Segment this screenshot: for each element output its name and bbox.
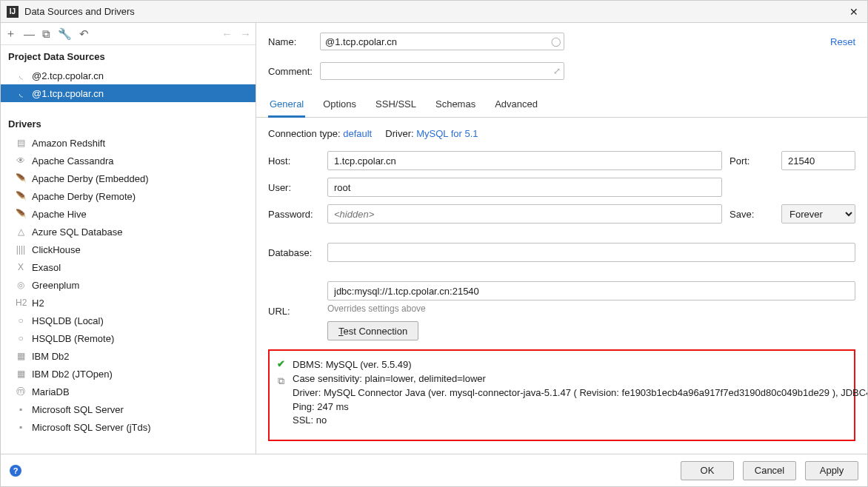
forward-icon[interactable]: → [240,27,251,40]
apply-button[interactable]: Apply [805,461,858,480]
driver-item[interactable]: 👁Apache Cassandra [1,152,256,169]
database-label: Database: [268,247,320,258]
password-input[interactable] [327,204,722,224]
comment-input[interactable] [325,63,559,79]
connection-type-line: Connection type: default Driver: MySQL f… [268,128,855,139]
wrench-icon[interactable]: 🔧 [58,27,72,41]
right-pane: Name: ◯ Reset Comment: ⤢ General Options… [256,23,867,454]
color-picker-icon[interactable]: ◯ [551,36,561,47]
host-label: Host: [268,155,320,167]
left-pane: ＋ — ⧉ 🔧 ↶ ← → Project Data Sources ◟ @2.… [1,23,256,454]
host-input[interactable] [327,151,722,170]
add-icon[interactable]: ＋ [5,27,16,41]
driver-item[interactable]: ▤Amazon Redshift [1,134,256,152]
driver-icon: △ [16,226,26,237]
driver-icon: ○ [16,315,26,326]
comment-label: Comment: [268,66,320,77]
test-result-box: ✔ ⧉ DBMS: MySQL (ver. 5.5.49) Case sensi… [268,349,855,441]
copy-icon[interactable]: ⧉ [278,375,284,387]
driver-label: Apache Derby (Remote) [32,191,136,202]
driver-label: IBM Db2 (JTOpen) [32,369,113,380]
copy-icon[interactable]: ⧉ [42,27,50,41]
test-connection-button[interactable]: Test Connection [327,321,418,340]
data-sources-header: Project Data Sources [1,45,256,67]
driver-item[interactable]: ▪Microsoft SQL Server [1,400,256,418]
driver-label: Apache Cassandra [32,155,114,167]
close-icon[interactable]: ✕ [847,6,861,18]
ok-button[interactable]: OK [681,461,734,480]
driver-label: MariaDB [32,386,70,397]
data-source-label: @2.tcp.cpolar.cn [32,70,104,81]
driver-icon: 🪶 [16,191,26,201]
driver-label: ClickHouse [32,244,81,255]
driver-label: Greenplum [32,280,79,291]
driver-item[interactable]: △Azure SQL Database [1,223,256,241]
tab-advanced[interactable]: Advanced [493,93,539,117]
driver-item[interactable]: ||||ClickHouse [1,241,256,258]
url-input[interactable] [327,281,855,300]
tab-options[interactable]: Options [321,93,358,117]
name-input[interactable] [325,33,559,50]
driver-label: Apache Derby (Embedded) [32,173,149,184]
result-line: Ping: 247 ms [293,400,867,414]
window-title: Data Sources and Drivers [24,6,847,17]
reset-link[interactable]: Reset [830,36,855,47]
driver-item[interactable]: ▦IBM Db2 [1,347,256,365]
driver-item[interactable]: XExasol [1,258,256,276]
port-label: Port: [730,155,774,167]
db-icon: ◟ [16,70,26,81]
comment-field[interactable]: ⤢ [320,62,564,80]
driver-icon: ▪ [16,404,26,414]
driver-item[interactable]: H2H2 [1,294,256,312]
tab-schemas[interactable]: Schemas [434,93,477,117]
database-input[interactable] [327,243,855,262]
data-source-item[interactable]: ◟ @2.tcp.cpolar.cn [1,67,256,84]
expand-icon[interactable]: ⤢ [553,66,561,76]
driver-icon: ◎ [16,280,26,290]
driver-icon: ▪ [16,422,26,432]
left-toolbar: ＋ — ⧉ 🔧 ↶ ← → [1,23,256,45]
driver-item[interactable]: ⓜMariaDB [1,383,256,400]
driver-item[interactable]: ○HSQLDB (Remote) [1,329,256,347]
help-icon[interactable]: ? [10,465,21,477]
name-field[interactable]: ◯ [320,33,564,50]
driver-icon: X [16,262,26,272]
db-icon: ◟ [16,88,26,98]
driver-label: HSQLDB (Remote) [32,333,114,344]
result-line: Driver: MySQL Connector Java (ver. mysql… [293,386,867,400]
driver-item[interactable]: ◎Greenplum [1,276,256,294]
connection-type-link[interactable]: default [343,128,372,139]
driver-label: Microsoft SQL Server (jTds) [32,422,151,433]
save-select[interactable]: Forever [781,204,855,224]
back-icon[interactable]: ← [221,27,233,40]
driver-label: Exasol [32,262,61,273]
tab-sshssl[interactable]: SSH/SSL [374,93,418,117]
driver-item[interactable]: 🪶Apache Hive [1,205,256,223]
cancel-button[interactable]: Cancel [743,461,796,480]
remove-icon[interactable]: — [24,27,35,40]
driver-icon: ⓜ [16,386,26,398]
tab-general[interactable]: General [268,93,305,118]
driver-link[interactable]: MySQL for 5.1 [416,128,478,139]
driver-item[interactable]: ○HSQLDB (Local) [1,312,256,329]
port-input[interactable] [781,151,855,170]
user-input[interactable] [327,178,722,197]
driver-icon: 🪶 [16,209,26,219]
footer: ? OK Cancel Apply [1,454,867,486]
driver-icon: 👁 [16,155,26,166]
driver-item[interactable]: 🪶Apache Derby (Remote) [1,187,256,205]
driver-item[interactable]: ▦IBM Db2 (JTOpen) [1,365,256,383]
titlebar: IJ Data Sources and Drivers ✕ [1,1,867,23]
driver-item[interactable]: 🪶Apache Derby (Embedded) [1,169,256,187]
driver-item[interactable]: ▪Microsoft SQL Server (jTds) [1,418,256,436]
password-label: Password: [268,209,320,220]
driver-icon: ○ [16,333,26,343]
driver-icon: 🪶 [16,173,26,184]
url-label: URL: [268,306,320,317]
driver-label: Amazon Redshift [32,138,105,149]
data-source-item[interactable]: ◟ @1.tcp.cpolar.cn [1,84,256,102]
tabs: General Options SSH/SSL Schemas Advanced [256,93,867,118]
drivers-header: Drivers [1,112,256,134]
check-icon: ✔ [277,358,285,369]
revert-icon[interactable]: ↶ [79,27,89,41]
